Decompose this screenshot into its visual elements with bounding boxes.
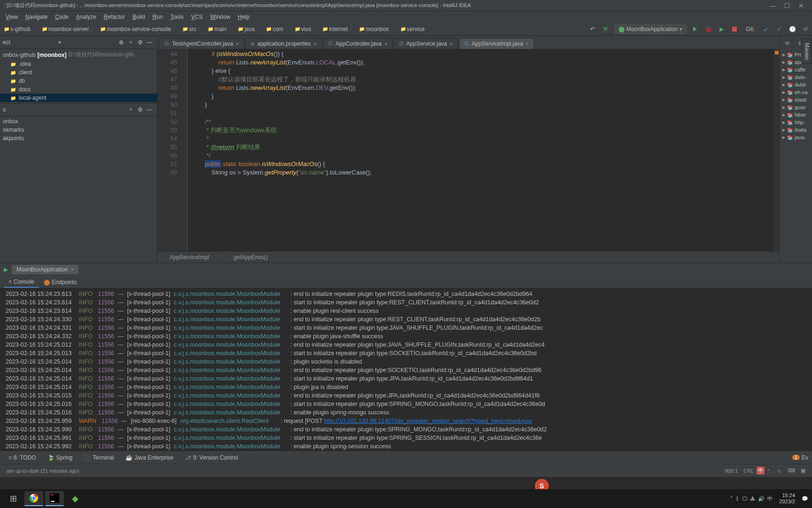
breadcrumb-item[interactable]: 📁java〉 bbox=[236, 26, 264, 32]
maven-lib-item[interactable]: ▶📚elasti bbox=[781, 96, 811, 103]
maven-lib-item[interactable]: ▶📚eh-ca bbox=[781, 88, 811, 96]
menu-code[interactable]: Code bbox=[51, 14, 72, 20]
menu-build[interactable]: Build bbox=[129, 14, 149, 20]
bottom-tab[interactable]: 🍃Spring bbox=[43, 453, 78, 462]
tree-node[interactable]: 📁.idea bbox=[0, 60, 157, 68]
breadcrumb-item[interactable]: 📁internet〉 bbox=[320, 26, 357, 32]
maven-lib-item[interactable]: ▶📚hiber bbox=[781, 111, 811, 119]
maven-lib-item[interactable]: ▶📚ibatis bbox=[781, 126, 811, 134]
line-separator[interactable]: CRL bbox=[741, 468, 757, 474]
menu-vcs[interactable]: VCS bbox=[187, 14, 207, 20]
tree-node[interactable]: 📁db bbox=[0, 77, 157, 85]
ime-face-icon[interactable]: ☺ bbox=[774, 468, 785, 474]
breadcrumb-item[interactable]: 📁main〉 bbox=[206, 26, 236, 32]
event-log-tab[interactable]: Ev bbox=[802, 454, 808, 461]
breadcrumb-item[interactable]: 📁moonbox-server〉 bbox=[40, 26, 99, 32]
hide-button[interactable]: — bbox=[145, 105, 154, 114]
coverage-button[interactable]: ▶ bbox=[717, 24, 726, 34]
editor-tab[interactable]: ⒸAppController.java× bbox=[323, 38, 393, 49]
intellij-icon[interactable] bbox=[45, 491, 64, 506]
expand-icon[interactable]: ÷ bbox=[126, 105, 135, 114]
maven-lib-item[interactable]: ▶📚dubb bbox=[781, 81, 811, 88]
console-tab[interactable]: ≡Console bbox=[4, 277, 39, 288]
tray-volume-icon[interactable]: 🔊 bbox=[758, 496, 765, 502]
breadcrumb-item[interactable]: 📁src〉 bbox=[180, 26, 206, 32]
crumb-method[interactable]: getAppEnvs() bbox=[229, 254, 273, 261]
settings-gear-icon[interactable]: ⚙ bbox=[135, 105, 145, 114]
menu-navigate[interactable]: Navigate bbox=[22, 14, 51, 20]
maven-lib-item[interactable]: ▶📚date- bbox=[781, 73, 811, 81]
start-button[interactable]: ⊞ bbox=[4, 491, 23, 506]
close-icon[interactable]: × bbox=[70, 266, 74, 273]
breadcrumb-item[interactable]: 📁moonbox-service-console〉 bbox=[98, 26, 180, 32]
close-button[interactable]: ✕ bbox=[794, 2, 808, 9]
git-history-icon[interactable]: 🕓 bbox=[788, 24, 797, 34]
run-tab[interactable]: MoonBoxApplication × bbox=[12, 265, 78, 274]
tree-node[interactable]: 📁local-agent bbox=[0, 94, 157, 102]
ime-panel-icon[interactable]: ▦ bbox=[798, 468, 808, 474]
select-opened-file-icon[interactable]: ⊕ bbox=[117, 38, 126, 47]
chrome-icon[interactable] bbox=[24, 491, 43, 506]
menu-run[interactable]: Run bbox=[149, 14, 167, 20]
bottom-tab[interactable]: ☕Java Enterprise bbox=[121, 453, 178, 462]
crumb-class[interactable]: AppServiceImpl bbox=[165, 254, 214, 261]
endpoints-tab[interactable]: ⬤Endpoints bbox=[39, 277, 81, 287]
menu-help[interactable]: Help bbox=[234, 14, 253, 20]
debug-button[interactable]: 🐞 bbox=[703, 24, 713, 34]
run-config-selector[interactable]: ⬤ MoonBoxApplication ▾ bbox=[614, 24, 687, 34]
close-icon[interactable]: × bbox=[526, 41, 529, 47]
build-icon[interactable]: ⚒ bbox=[601, 24, 610, 34]
tree-node[interactable]: 📁client bbox=[0, 68, 157, 77]
ime-keyboard-icon[interactable]: ⌨ bbox=[785, 468, 798, 474]
error-stripe[interactable] bbox=[773, 49, 779, 251]
tree-node[interactable]: okmarks bbox=[0, 126, 157, 134]
close-icon[interactable]: × bbox=[236, 41, 239, 47]
fold-gutter[interactable] bbox=[181, 49, 187, 251]
project-tree[interactable]: onbox-github [moonbox] D:\项目代码\moonbox-g… bbox=[0, 49, 157, 103]
expand-all-icon[interactable]: ÷ bbox=[126, 38, 135, 47]
console-output[interactable]: 2023-02-16 15:24:23.613 INFO 11556 --- [… bbox=[0, 288, 812, 451]
tree-node[interactable]: onbox bbox=[0, 117, 157, 126]
git-update-icon[interactable]: ↙ bbox=[761, 24, 771, 34]
tray-chevron-icon[interactable]: ˄ bbox=[730, 496, 733, 502]
back-icon[interactable]: ↶ bbox=[588, 24, 597, 34]
git-commit-icon[interactable]: ✓ bbox=[774, 24, 784, 34]
bottom-tab[interactable]: ⎇9: Version Control bbox=[180, 453, 242, 462]
maven-lib-item[interactable]: ▶📚caffe bbox=[781, 66, 811, 73]
project-root[interactable]: onbox-github [moonbox] D:\项目代码\moonbox-g… bbox=[0, 50, 157, 60]
event-badge[interactable]: 1 bbox=[792, 455, 800, 460]
breadcrumb-item[interactable]: 📁service bbox=[398, 26, 427, 32]
editor-tab[interactable]: ⚙application.properties× bbox=[245, 38, 322, 49]
menu-window[interactable]: Window bbox=[206, 14, 234, 20]
maximize-button[interactable]: ☐ bbox=[780, 2, 794, 9]
minimize-button[interactable]: — bbox=[766, 2, 780, 9]
notifications-icon[interactable]: 💬 bbox=[802, 496, 808, 502]
close-icon[interactable]: × bbox=[450, 41, 453, 47]
menu-view[interactable]: View bbox=[2, 14, 22, 20]
code-editor[interactable]: 444546474849505152535455565758 if (isWin… bbox=[157, 49, 779, 251]
tray-network-icon[interactable]: 🖧 bbox=[750, 496, 755, 501]
tree-node[interactable]: 📁docs bbox=[0, 85, 157, 94]
editor-tab[interactable]: ⒸAppServiceImpl.java× bbox=[459, 38, 534, 49]
bottom-tab[interactable]: ≡6: TODO bbox=[4, 453, 41, 462]
hide-button[interactable]: — bbox=[145, 38, 154, 47]
breadcrumb-item[interactable]: 📁x-github〉 bbox=[2, 26, 40, 32]
app-icon[interactable]: ◆ bbox=[66, 491, 85, 506]
tray-bluetooth-icon[interactable]: ᛒ bbox=[736, 496, 739, 501]
breadcrumb-item[interactable]: 📁vivo〉 bbox=[293, 26, 320, 32]
maven-lib-item[interactable]: ▶📚http- bbox=[781, 119, 811, 126]
stop-button[interactable] bbox=[730, 24, 739, 34]
editor-tab[interactable]: ⒸTestAgentController.java× bbox=[159, 38, 244, 49]
ime-punct-icon[interactable]: °, bbox=[765, 468, 773, 474]
editor-tab[interactable]: ⒸAppService.java× bbox=[394, 38, 458, 49]
close-icon[interactable]: × bbox=[384, 41, 387, 47]
clock[interactable]: 15:24 2023/2 bbox=[775, 492, 799, 505]
bottom-tab[interactable]: ⬛Terminal bbox=[79, 453, 118, 462]
maven-lib-item[interactable]: ▶📚guav bbox=[781, 103, 811, 111]
git-revert-icon[interactable]: ↺ bbox=[801, 24, 810, 34]
maven-lib-item[interactable]: ▶📚java- bbox=[781, 134, 811, 141]
run-button[interactable] bbox=[690, 24, 700, 34]
settings-gear-icon[interactable]: ⚙ bbox=[135, 38, 145, 47]
tree-node[interactable]: akpoints bbox=[0, 134, 157, 143]
close-icon[interactable]: × bbox=[314, 41, 317, 47]
